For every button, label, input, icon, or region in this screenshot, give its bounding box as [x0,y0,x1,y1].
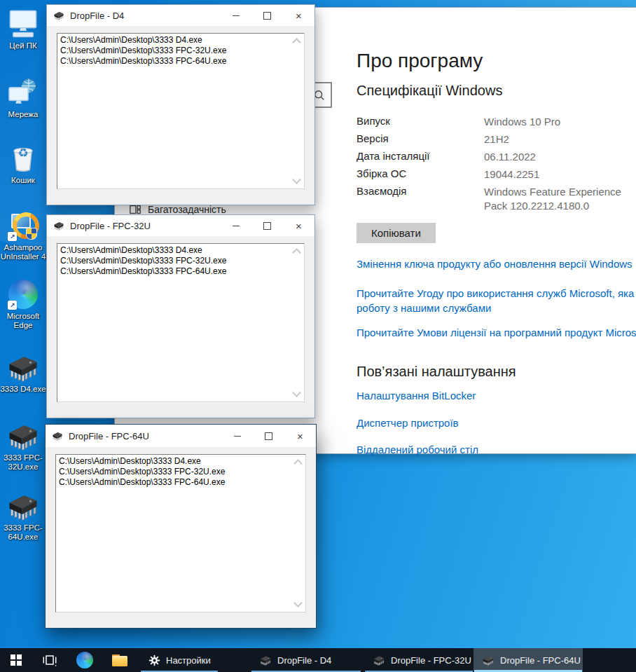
taskbar-settings-button[interactable]: Настройки [140,648,219,672]
related-settings-heading: Пов’язані налаштування [357,364,516,380]
recycle-symbol-icon: ♻ [6,146,40,160]
desktop-icon-recycle-bin[interactable]: ♻ Кошик [0,142,46,185]
desktop-icon-ashampoo-uninstaller[interactable]: ↗ Ashampoo UnInstaller 4 [0,209,46,261]
taskbar-button-label: DropFile - FPC-64U [500,655,581,666]
minimize-icon [234,436,241,437]
desktop-icon-network[interactable]: Мережа [0,76,46,119]
edge-icon: ↗ [6,277,40,311]
close-button[interactable]: × [283,5,314,26]
spec-label: Збірка ОС [357,167,484,181]
file-path-item[interactable]: C:\Users\Admin\Desktop\3333 D4.exe [59,456,303,467]
chip-icon [6,489,40,523]
spec-row: Взаємодія Windows Feature Experience Pac… [357,185,636,213]
title-bar[interactable]: DropFile - D4 × [47,5,314,26]
services-agreement-link[interactable]: Прочитайте Угоду про використання служб … [357,286,636,315]
window-client-area: C:\Users\Admin\Desktop\3333 D4.exe C:\Us… [46,447,316,628]
close-icon: × [296,221,302,231]
dropfile-window-d4: DropFile - D4 × C:\Users\Admin\Desktop\3… [46,4,315,205]
taskbar-edge-button[interactable] [69,648,101,672]
services-agreement-line1: Прочитайте Угоду про використання служб … [357,286,636,301]
maximize-button[interactable] [251,5,283,26]
minimize-button[interactable] [220,5,251,26]
spec-heading: Специфікації Windows [357,83,502,99]
chip-app-icon [53,220,64,231]
desktop-icon-3333-fpc-32u[interactable]: 3333 FPC-32U.exe [0,419,46,472]
desktop-icon-label: Microsoft Edge [0,312,46,330]
file-path-item[interactable]: C:\Users\Admin\Desktop\3333 FPC-32U.exe [60,256,301,266]
minimize-button[interactable] [220,215,251,236]
chip-icon [259,654,272,666]
file-path-item[interactable]: C:\Users\Admin\Desktop\3333 FPC-64U.exe [60,56,301,67]
close-button[interactable]: × [283,215,314,236]
edge-icon [76,652,93,668]
title-bar[interactable]: DropFile - FPC-32U × [47,215,314,236]
chip-app-icon [53,10,64,21]
desktop-icon-microsoft-edge[interactable]: ↗ Microsoft Edge [0,277,46,330]
copy-button[interactable]: Копіювати [357,223,436,243]
spec-value: Windows Feature Experience Pack 120.2212… [484,185,636,213]
recycle-bin-icon: ♻ [6,142,40,175]
bitlocker-settings-link[interactable]: Налаштування BitLocker [357,390,476,402]
desktop-icon-label: Ashampoo UnInstaller 4 [0,243,46,261]
close-icon: × [296,11,302,21]
dropfile-window-fpc-64u: DropFile - FPC-64U × C:\Users\Admin\Desk… [45,424,317,629]
file-path-item[interactable]: C:\Users\Admin\Desktop\3333 D4.exe [60,245,301,256]
spec-row: Версія 21H2 [357,132,636,146]
network-icon [6,76,40,109]
device-manager-link[interactable]: Диспетчер пристроїв [357,417,459,429]
file-drop-listbox[interactable]: C:\Users\Admin\Desktop\3333 D4.exe C:\Us… [57,33,305,189]
file-path-item[interactable]: C:\Users\Admin\Desktop\3333 FPC-64U.exe [60,266,301,277]
remote-desktop-link[interactable]: Віддалений робочий стіл [357,444,478,455]
desktop-icon-3333-fpc-64u[interactable]: 3333 FPC-64U.exe [0,489,46,542]
desktop-icon-label: Цей ПК [9,41,37,50]
minimize-icon [233,226,240,226]
task-view-button[interactable] [34,648,66,672]
desktop-icon-label: 3333 FPC-32U.exe [0,453,46,472]
taskbar: Настройки DropFile - D4 DropFile - FPC-3… [0,648,636,672]
file-path-item[interactable]: C:\Users\Admin\Desktop\3333 FPC-32U.exe [59,467,303,477]
scroll-down-icon[interactable] [292,175,301,184]
spec-value: 21H2 [484,132,509,146]
change-product-key-link[interactable]: Змінення ключа продукту або оновлення ве… [357,258,632,270]
minimize-button[interactable] [221,425,253,447]
chip-icon [482,654,495,666]
file-path-item[interactable]: C:\Users\Admin\Desktop\3333 FPC-32U.exe [60,46,301,56]
taskbar-dropfile-fpc-32u-button[interactable]: DropFile - FPC-32U [364,648,473,672]
chip-icon [373,654,385,666]
dropfile-window-fpc-32u: DropFile - FPC-32U × C:\Users\Admin\Desk… [46,214,315,418]
maximize-icon [263,12,271,20]
taskbar-file-explorer-button[interactable] [104,648,136,672]
taskbar-dropfile-fpc-64u-button[interactable]: DropFile - FPC-64U [473,648,583,672]
chip-icon [6,350,40,384]
task-view-icon [42,652,57,668]
gear-icon [148,654,160,666]
window-client-area: C:\Users\Admin\Desktop\3333 D4.exe C:\Us… [47,236,314,418]
file-drop-listbox[interactable]: C:\Users\Admin\Desktop\3333 D4.exe C:\Us… [55,454,306,612]
license-terms-link[interactable]: Прочитайте Умови ліцензії на програмний … [357,327,636,338]
maximize-button[interactable] [253,425,284,447]
title-bar[interactable]: DropFile - FPC-64U × [46,425,316,447]
chip-icon [6,419,40,453]
file-path-item[interactable]: C:\Users\Admin\Desktop\3333 FPC-64U.exe [59,477,303,488]
desktop-icon-3333-d4[interactable]: 3333 D4.exe [0,350,46,394]
desktop-icon-label: Кошик [11,176,35,185]
maximize-button[interactable] [251,215,283,236]
scroll-down-icon[interactable] [292,388,301,397]
minimize-icon [233,15,240,16]
spec-label: Взаємодія [357,185,484,213]
shortcut-arrow-icon: ↗ [8,301,17,310]
window-title: DropFile - FPC-64U [69,431,149,441]
taskbar-button-label: DropFile - FPC-32U [391,655,471,666]
desktop-icon-this-pc[interactable]: Цей ПК [0,7,46,50]
file-drop-listbox[interactable]: C:\Users\Admin\Desktop\3333 D4.exe C:\Us… [57,243,305,402]
taskbar-dropfile-d4-button[interactable]: DropFile - D4 [251,648,361,672]
spec-value: 06.11.2022 [484,150,536,164]
scroll-down-icon[interactable] [293,598,303,608]
spec-row: Випуск Windows 10 Pro [357,115,636,129]
start-button[interactable] [0,648,32,672]
desktop: Цей ПК Мережа ♻ Кошик ↗ Ashampoo UnInsta… [0,0,636,672]
spec-value: 19044.2251 [484,167,539,181]
file-path-item[interactable]: C:\Users\Admin\Desktop\3333 D4.exe [60,35,301,46]
close-button[interactable]: × [284,425,316,447]
sidebar-item-label: Багатозадачність [148,204,226,215]
